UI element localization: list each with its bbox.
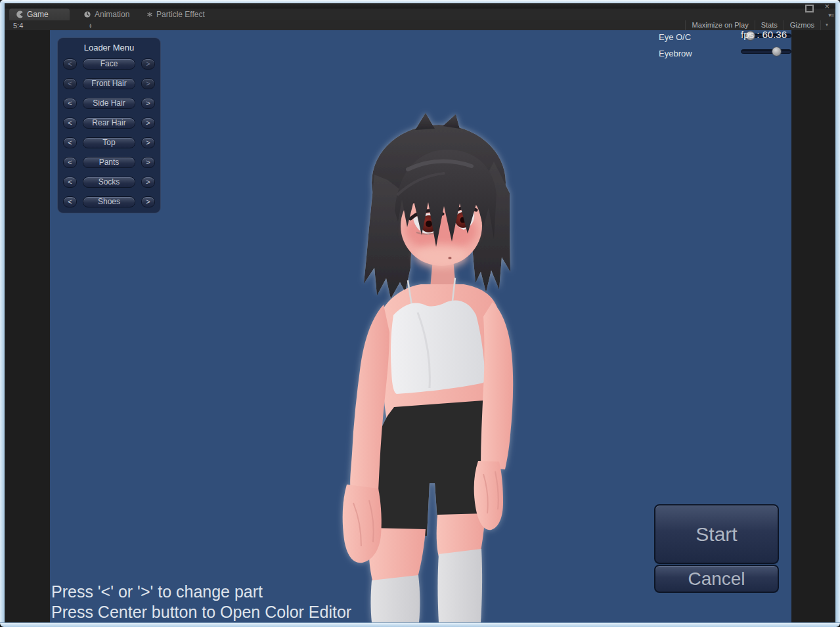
eyebrow-label: Eyebrow [659, 49, 692, 58]
face-button[interactable]: Face [83, 58, 135, 70]
face-next-button[interactable]: > [141, 58, 155, 70]
rear-hair-next-button[interactable]: > [141, 118, 155, 129]
start-button[interactable]: Start [654, 504, 779, 564]
shoes-next-button[interactable]: > [141, 196, 155, 207]
socks-next-button[interactable]: > [141, 177, 155, 188]
top-next-button[interactable]: > [141, 137, 155, 148]
dropdown-updown-icon: ▲▼ [89, 23, 92, 28]
loader-row-socks: < Socks > [58, 177, 160, 188]
face-prev-button[interactable]: < [63, 58, 77, 70]
tab-animation-label: Animation [95, 10, 129, 19]
hint-line-1: Press '<' or '>' to change part [51, 582, 351, 602]
gizmos-button[interactable]: Gizmos [784, 20, 820, 30]
tab-game-label: Game [27, 10, 49, 19]
window-frame-bottom [0, 622, 840, 627]
loader-menu-panel: Loader Menu < Face > < Front Hair > < Si… [57, 37, 161, 213]
eyebrow-slider-knob[interactable] [772, 47, 782, 56]
window-frame-left [0, 3, 5, 622]
close-window-icon[interactable]: × [824, 3, 829, 11]
loader-row-top: < Top > [58, 137, 160, 148]
game-viewport: Loader Menu < Face > < Front Hair > < Si… [50, 30, 791, 622]
front-hair-prev-button[interactable]: < [63, 78, 77, 89]
pants-next-button[interactable]: > [141, 157, 155, 168]
tab-bar: Game Animation Particle Effect [5, 9, 835, 21]
title-bar [5, 3, 835, 9]
shoes-prev-button[interactable]: < [63, 196, 77, 207]
stats-button[interactable]: Stats [755, 20, 784, 30]
restore-window-icon[interactable] [805, 5, 814, 12]
eyebrow-slider-track[interactable] [741, 49, 791, 54]
loader-row-side-hair: < Side Hair > [58, 98, 160, 109]
loader-row-shoes: < Shoes > [58, 196, 160, 207]
loader-row-front-hair: < Front Hair > [58, 78, 160, 89]
game-view-toolbar: 5:4 ▲▼ Maximize on Play Stats Gizmos ▼ [5, 20, 835, 31]
tab-particle-effect-label: Particle Effect [156, 10, 205, 19]
loader-row-pants: < Pants > [58, 157, 160, 168]
rear-hair-prev-button[interactable]: < [63, 118, 77, 129]
game-view-icon [16, 11, 24, 18]
side-hair-next-button[interactable]: > [141, 98, 155, 109]
gizmos-dropdown-caret[interactable]: ▼ [820, 20, 833, 30]
rear-hair-button[interactable]: Rear Hair [83, 118, 135, 129]
front-hair-button[interactable]: Front Hair [83, 78, 135, 89]
socks-prev-button[interactable]: < [63, 177, 77, 188]
socks-button[interactable]: Socks [83, 177, 135, 188]
loader-row-face: < Face > [58, 58, 160, 70]
window-menu-icon[interactable]: ▾≡ [828, 12, 833, 18]
side-hair-prev-button[interactable]: < [63, 98, 77, 109]
hint-line-2: Press Center button to Open Color Editor [51, 602, 351, 622]
side-hair-button[interactable]: Side Hair [83, 98, 135, 109]
shoes-button[interactable]: Shoes [83, 196, 135, 207]
particle-icon [146, 11, 153, 18]
window-frame-right [835, 3, 840, 622]
top-prev-button[interactable]: < [63, 137, 77, 148]
tab-particle-effect[interactable]: Particle Effect [140, 9, 211, 20]
pants-prev-button[interactable]: < [63, 157, 77, 168]
loader-row-rear-hair: < Rear Hair > [58, 118, 160, 129]
cancel-button[interactable]: Cancel [654, 565, 779, 593]
aspect-ratio-value: 5:4 [13, 22, 23, 30]
toolbar-right-group: Maximize on Play Stats Gizmos ▼ [685, 20, 833, 30]
top-button[interactable]: Top [83, 137, 135, 148]
aspect-ratio-dropdown[interactable]: 5:4 ▲▼ [11, 20, 95, 30]
editor-window: × ▾≡ Game Animation Particle Effect 5:4 … [0, 0, 840, 627]
maximize-on-play-button[interactable]: Maximize on Play [685, 20, 754, 30]
fps-counter: fps : 60.36 [741, 30, 787, 40]
pants-button[interactable]: Pants [83, 157, 135, 168]
front-hair-next-button[interactable]: > [141, 78, 155, 89]
tab-animation[interactable]: Animation [77, 9, 136, 20]
clock-icon [83, 11, 91, 18]
eye-oc-label: Eye O/C [659, 32, 691, 42]
hint-text: Press '<' or '>' to change part Press Ce… [51, 582, 351, 622]
loader-menu-title: Loader Menu [58, 43, 160, 53]
eyebrow-slider[interactable] [741, 47, 790, 56]
tab-game[interactable]: Game [9, 9, 70, 20]
